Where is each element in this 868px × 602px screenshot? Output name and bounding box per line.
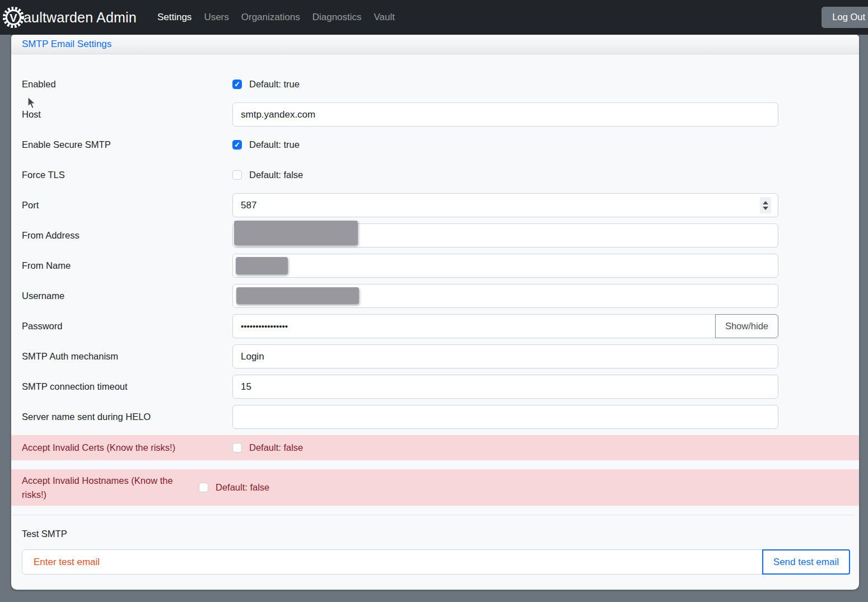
row-auth-mechanism: SMTP Auth mechanism [22, 344, 850, 368]
row-invalid-certs: Accept Invalid Certs (Know the risks!) D… [11, 435, 859, 460]
nav-item-settings[interactable]: Settings [151, 0, 198, 35]
timeout-input[interactable] [232, 375, 778, 399]
row-from-name: From Name [22, 254, 850, 278]
brand-title: aultwarden Admin [24, 10, 137, 26]
password-input[interactable] [232, 314, 716, 338]
section-divider [13, 515, 855, 515]
row-invalid-hostnames: Accept Invalid Hostnames (Know the risks… [11, 469, 859, 506]
smtp-settings-card: SMTP Email Settings Enabled Default: tru… [11, 35, 859, 590]
auth-mechanism-label: SMTP Auth mechanism [22, 349, 232, 363]
invalid-certs-checkbox[interactable] [232, 443, 242, 452]
auth-mechanism-input[interactable] [232, 344, 778, 368]
password-showhide-button[interactable]: Show/hide [715, 314, 778, 338]
force-tls-default-text: Default: false [249, 170, 303, 180]
svg-text:V: V [10, 12, 17, 24]
row-host: Host [22, 102, 850, 127]
invalid-hostnames-default-text: Default: false [216, 482, 269, 493]
port-label: Port [22, 198, 232, 212]
row-port: Port [22, 193, 850, 217]
logout-button[interactable]: Log Out [822, 7, 868, 28]
row-helo: Server name sent during HELO [22, 405, 850, 429]
force-tls-label: Force TLS [22, 168, 232, 182]
from-name-label: From Name [22, 259, 232, 273]
send-test-email-button[interactable]: Send test email [762, 549, 850, 575]
helo-input[interactable] [232, 405, 778, 429]
test-smtp-label: Test SMTP [22, 529, 850, 539]
secure-smtp-label: Enable Secure SMTP [22, 138, 232, 152]
invalid-certs-label: Accept Invalid Certs (Know the risks!) [22, 441, 232, 455]
top-navbar: V aultwarden Admin Settings Users Organi… [0, 0, 868, 35]
row-enabled: Enabled Default: true [22, 72, 850, 96]
host-label: Host [22, 108, 232, 122]
from-address-label: From Address [22, 228, 232, 242]
vaultwarden-logo-icon: V [2, 6, 25, 29]
username-label: Username [22, 289, 232, 303]
row-from-address: From Address [22, 223, 850, 248]
nav-item-diagnostics[interactable]: Diagnostics [306, 0, 368, 35]
host-input[interactable] [232, 102, 778, 127]
nav-item-users[interactable]: Users [198, 0, 235, 35]
secure-smtp-checkbox[interactable] [232, 140, 242, 150]
from-name-input[interactable] [232, 254, 778, 278]
card-body: Enabled Default: true Host Enable Secure… [11, 54, 859, 590]
port-stepper[interactable] [760, 197, 771, 213]
password-label: Password [22, 319, 232, 333]
helo-label: Server name sent during HELO [22, 410, 232, 424]
stepper-down-icon[interactable] [763, 207, 768, 210]
row-timeout: SMTP connection timeout [22, 375, 850, 399]
enabled-label: Enabled [22, 77, 232, 91]
row-force-tls: Force TLS Default: false [22, 163, 850, 187]
port-input[interactable] [232, 193, 778, 217]
smtp-email-settings-link[interactable]: SMTP Email Settings [22, 39, 111, 50]
redaction-block [236, 287, 359, 304]
row-password: Password Show/hide [22, 314, 850, 338]
brand[interactable]: V aultwarden Admin [2, 6, 137, 29]
row-secure-smtp: Enable Secure SMTP Default: true [22, 133, 850, 157]
enabled-default-text: Default: true [249, 79, 300, 90]
test-smtp-group: Send test email [22, 549, 850, 575]
nav-item-organizations[interactable]: Organizations [235, 0, 306, 35]
invalid-hostnames-label: Accept Invalid Hostnames (Know the risks… [22, 474, 199, 502]
invalid-hostnames-checkbox[interactable] [199, 483, 208, 492]
main-nav: Settings Users Organizations Diagnostics… [151, 0, 401, 35]
redaction-block [234, 221, 358, 245]
secure-smtp-default-text: Default: true [249, 139, 300, 150]
card-header: SMTP Email Settings [11, 35, 859, 54]
redaction-block [236, 257, 288, 274]
row-username: Username [22, 284, 850, 308]
stepper-up-icon[interactable] [763, 201, 768, 204]
test-email-input[interactable] [22, 549, 763, 575]
enabled-checkbox[interactable] [232, 80, 242, 89]
nav-item-vault[interactable]: Vault [368, 0, 402, 35]
timeout-label: SMTP connection timeout [22, 380, 232, 394]
invalid-certs-default-text: Default: false [249, 442, 303, 453]
force-tls-checkbox[interactable] [232, 170, 242, 180]
